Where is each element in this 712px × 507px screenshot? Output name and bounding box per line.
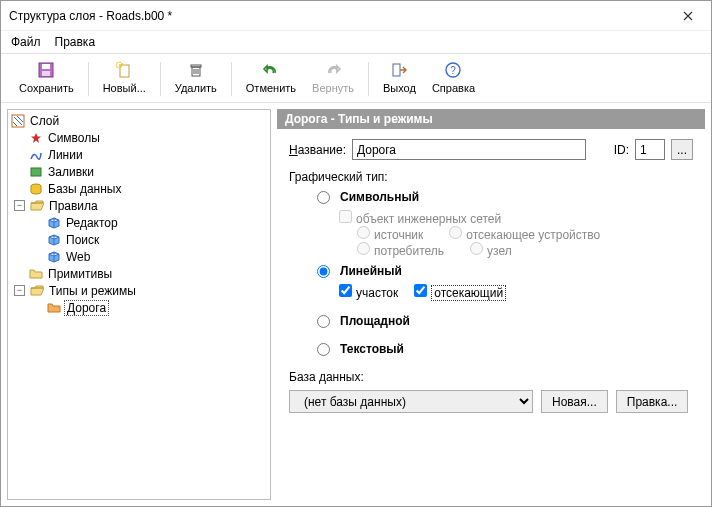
cb-section-label[interactable]: участок [339, 284, 398, 300]
tree-lines[interactable]: Линии [10, 146, 268, 163]
tree-root[interactable]: Слой [10, 112, 268, 129]
cube-icon [46, 234, 62, 246]
panel-header: Дорога - Типы и режимы [277, 109, 705, 129]
graphic-type-group: Символьный объект инженерных сетей источ… [317, 190, 693, 356]
menu-edit[interactable]: Правка [55, 35, 96, 49]
radio-consumer [357, 242, 370, 255]
db-select[interactable]: (нет базы данных) [289, 390, 533, 413]
redo-icon [324, 60, 342, 80]
line-icon [28, 149, 44, 161]
content: Слой Символы Линии Заливки Базы данных −… [1, 103, 711, 506]
tree-editor[interactable]: Редактор [10, 214, 268, 231]
tree[interactable]: Слой Символы Линии Заливки Базы данных −… [10, 112, 268, 316]
exit-icon [390, 60, 408, 80]
radio-area-row[interactable]: Площадной [317, 314, 693, 328]
window-title: Структура слоя - Roads.b00 * [9, 9, 673, 23]
tree-primitives[interactable]: Примитивы [10, 265, 268, 282]
folder-open-icon [29, 285, 45, 297]
layer-icon [10, 114, 26, 128]
menubar: Файл Правка [1, 31, 711, 54]
radio-text-row[interactable]: Текстовый [317, 342, 693, 356]
undo-button[interactable]: Отменить [238, 58, 304, 96]
fill-icon [28, 166, 44, 178]
cb-eng-row: объект инженерных сетей [339, 210, 693, 226]
help-button[interactable]: ? Справка [424, 58, 483, 96]
radio-text[interactable] [317, 343, 330, 356]
tree-road[interactable]: Дорога [10, 299, 268, 316]
tree-symbols[interactable]: Символы [10, 129, 268, 146]
id-input[interactable] [635, 139, 665, 160]
eng-sub2: потребитель узел [357, 242, 693, 258]
db-label: База данных: [289, 370, 693, 384]
db-new-button[interactable]: Новая... [541, 390, 608, 413]
db-row: (нет базы данных) Новая... Правка... [289, 390, 693, 413]
collapse-icon[interactable]: − [14, 200, 25, 211]
separator [88, 62, 89, 96]
menu-file[interactable]: Файл [11, 35, 41, 49]
svg-marker-14 [31, 133, 41, 143]
save-button[interactable]: Сохранить [11, 58, 82, 96]
folder-orange-icon [46, 302, 62, 314]
tree-web[interactable]: Web [10, 248, 268, 265]
radio-node [470, 242, 483, 255]
separator [368, 62, 369, 96]
eng-sub1: источник отсекающее устройство [357, 226, 693, 242]
cb-cutting[interactable] [414, 284, 427, 297]
cb-cutting-label[interactable]: отсекающий [414, 284, 506, 300]
tree-types[interactable]: −Типы и режимы [10, 282, 268, 299]
new-icon [115, 60, 133, 80]
svg-rect-15 [31, 168, 41, 176]
db-edit-button[interactable]: Правка... [616, 390, 689, 413]
id-browse-button[interactable]: ... [671, 139, 693, 160]
separator [231, 62, 232, 96]
panel-body: Название: ID: ... Графический тип: Симво… [277, 129, 705, 500]
help-icon: ? [444, 60, 462, 80]
name-label: Название: [289, 143, 346, 157]
radio-symbol[interactable] [317, 191, 330, 204]
cb-section[interactable] [339, 284, 352, 297]
tree-panel: Слой Символы Линии Заливки Базы данных −… [7, 109, 271, 500]
cb-engnet [339, 210, 352, 223]
trash-icon [187, 60, 205, 80]
exit-button[interactable]: Выход [375, 58, 424, 96]
tree-search[interactable]: Поиск [10, 231, 268, 248]
toolbar: Сохранить Новый... Удалить Отменить Верн… [1, 54, 711, 103]
new-button[interactable]: Новый... [95, 58, 154, 96]
close-button[interactable] [673, 1, 703, 31]
window: Структура слоя - Roads.b00 * Файл Правка… [0, 0, 712, 507]
name-input[interactable] [352, 139, 586, 160]
delete-button[interactable]: Удалить [167, 58, 225, 96]
linear-sub: участок отсекающий [339, 284, 693, 300]
name-row: Название: ID: ... [289, 139, 693, 160]
undo-icon [262, 60, 280, 80]
radio-linear[interactable] [317, 265, 330, 278]
radio-area[interactable] [317, 315, 330, 328]
cube-icon [46, 217, 62, 229]
tree-fills[interactable]: Заливки [10, 163, 268, 180]
gtype-label: Графический тип: [289, 170, 693, 184]
collapse-icon[interactable]: − [14, 285, 25, 296]
folder-open-icon [29, 200, 45, 212]
tree-selected-label: Дорога [64, 300, 109, 316]
tree-databases[interactable]: Базы данных [10, 180, 268, 197]
database-icon [28, 183, 44, 195]
svg-rect-6 [191, 65, 201, 67]
radio-source [357, 226, 370, 239]
separator [160, 62, 161, 96]
folder-icon [28, 268, 44, 280]
radio-cut-device [449, 226, 462, 239]
tree-rules[interactable]: −Правила [10, 197, 268, 214]
svg-rect-1 [42, 64, 50, 69]
titlebar: Структура слоя - Roads.b00 * [1, 1, 711, 31]
star-icon [28, 132, 44, 144]
radio-symbol-row[interactable]: Символьный [317, 190, 693, 204]
svg-text:?: ? [451, 65, 457, 76]
save-icon [37, 60, 55, 80]
cube-icon [46, 251, 62, 263]
detail-panel: Дорога - Типы и режимы Название: ID: ...… [277, 109, 705, 500]
svg-rect-10 [393, 64, 400, 76]
id-label: ID: [614, 143, 629, 157]
svg-rect-2 [42, 71, 50, 76]
redo-button: Вернуть [304, 58, 362, 96]
radio-linear-row[interactable]: Линейный [317, 264, 693, 278]
